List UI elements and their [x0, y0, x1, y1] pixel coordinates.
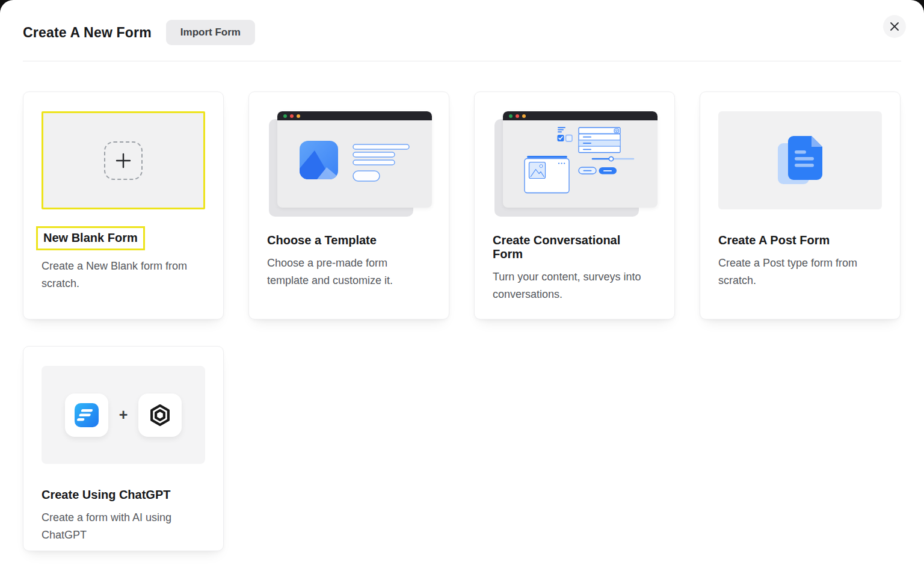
header-divider	[23, 61, 901, 61]
card-create-using-chatgpt[interactable]: + Create Using ChatGPT Create a f	[23, 346, 224, 551]
card-post-form[interactable]: Create A Post Form Create a Post type fo…	[700, 91, 901, 320]
create-form-modal: Create A New Form Import Form	[0, 0, 924, 565]
card-description: Create a form with AI using ChatGPT	[42, 509, 205, 544]
card-description: Create a Post type form from scratch.	[718, 255, 882, 289]
chatgpt-media: +	[42, 366, 205, 471]
chatgpt-icon	[147, 402, 173, 428]
fluent-forms-tile	[65, 394, 108, 437]
dashed-add-box	[104, 141, 143, 180]
card-title: New Blank Form	[43, 231, 138, 245]
documents-icon	[778, 136, 822, 185]
new-blank-form-media	[42, 111, 205, 217]
card-title: Create Conversational Form	[493, 233, 648, 261]
button-pills-icon	[579, 167, 617, 174]
plus-icon: +	[119, 406, 128, 424]
image-card-icon	[525, 156, 569, 193]
new-blank-form-title-highlight: New Blank Form	[36, 226, 145, 250]
plus-icon	[116, 153, 131, 168]
browser-window-illustration	[503, 111, 658, 208]
form-type-grid: New Blank Form Create a New Blank form f…	[23, 91, 901, 551]
select-field-icon	[579, 128, 620, 134]
traffic-dot-green	[509, 114, 513, 118]
fluent-forms-icon	[75, 403, 99, 427]
page-title: Create A New Form	[23, 25, 152, 41]
browser-window-illustration	[277, 111, 432, 208]
modal-header: Create A New Form Import Form	[0, 0, 924, 45]
text-lines-icon	[353, 144, 409, 181]
traffic-dot-yellow	[522, 114, 526, 118]
import-form-button[interactable]: Import Form	[166, 20, 255, 45]
conversational-media	[493, 111, 656, 217]
card-description: Create a New Blank form from scratch.	[42, 258, 205, 292]
new-blank-form-preview[interactable]	[42, 111, 205, 209]
image-tile-icon	[300, 141, 338, 179]
menu-lines-icon	[558, 127, 565, 132]
browser-titlebar	[503, 111, 658, 120]
card-title: Create Using ChatGPT	[42, 488, 205, 502]
traffic-dot-red	[516, 114, 519, 118]
post-form-preview	[718, 111, 882, 209]
slider-icon	[593, 156, 633, 161]
close-icon	[890, 22, 899, 31]
template-media	[267, 111, 431, 217]
close-button[interactable]	[883, 15, 906, 38]
table-rows-icon	[579, 134, 620, 153]
card-title: Choose a Template	[267, 233, 431, 247]
browser-titlebar	[277, 111, 432, 120]
traffic-dot-green	[283, 114, 287, 118]
chatgpt-preview: +	[42, 366, 205, 464]
card-description: Choose a pre-made form template and cust…	[267, 255, 431, 289]
checkbox-icons	[558, 135, 573, 141]
post-form-media	[718, 111, 882, 217]
card-title: Create A Post Form	[718, 233, 882, 247]
template-illustration	[277, 120, 432, 208]
card-description: Turn your content, surveys into conversa…	[493, 268, 656, 303]
card-conversational-form[interactable]: Create Conversational Form Turn your con…	[474, 91, 675, 320]
chatgpt-tile	[138, 394, 182, 437]
card-choose-template[interactable]: Choose a Template Choose a pre-made form…	[248, 91, 449, 320]
app-duo: +	[65, 394, 182, 437]
traffic-dot-red	[290, 114, 294, 118]
traffic-dot-yellow	[297, 114, 300, 118]
conversational-illustration	[503, 120, 658, 208]
card-new-blank-form[interactable]: New Blank Form Create a New Blank form f…	[23, 91, 224, 320]
